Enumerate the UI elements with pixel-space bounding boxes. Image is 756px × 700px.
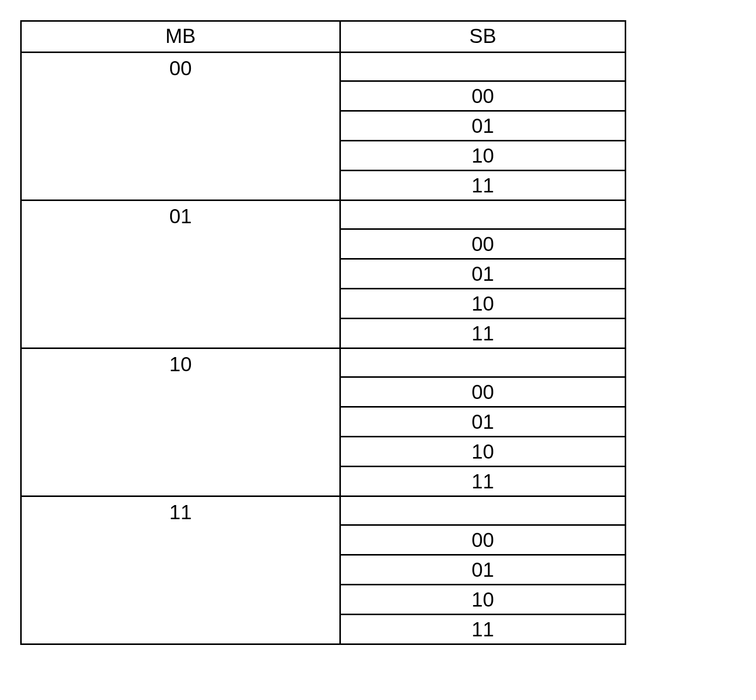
sb-cell: 00 [340,525,625,555]
sb-cell: 10 [340,437,625,467]
table-row: 00 [21,53,626,81]
mb-cell: 00 [21,53,340,201]
sb-cell [340,348,625,377]
header-mb: MB [21,21,340,53]
sb-cell: 00 [340,229,625,259]
sb-cell: 00 [340,377,625,407]
sb-cell: 01 [340,111,625,141]
data-table: MB SB 00 00 01 10 11 01 00 01 10 11 10 0… [20,20,626,645]
sb-cell: 01 [340,259,625,289]
sb-cell: 10 [340,141,625,171]
sb-cell [340,53,625,81]
sb-cell: 11 [340,467,625,496]
sb-cell: 11 [340,171,625,201]
sb-cell [340,201,625,229]
mb-cell: 10 [21,348,340,496]
mb-cell: 11 [21,496,340,644]
sb-cell: 10 [340,585,625,615]
header-row: MB SB [21,21,626,53]
table-row: 01 [21,201,626,229]
sb-cell: 00 [340,81,625,111]
mb-cell: 01 [21,201,340,348]
sb-cell: 01 [340,555,625,585]
header-sb: SB [340,21,625,53]
table-row: 11 [21,496,626,525]
table-row: 10 [21,348,626,377]
sb-cell: 11 [340,615,625,644]
sb-cell: 01 [340,407,625,437]
sb-cell: 11 [340,319,625,348]
sb-cell [340,496,625,525]
sb-cell: 10 [340,289,625,319]
